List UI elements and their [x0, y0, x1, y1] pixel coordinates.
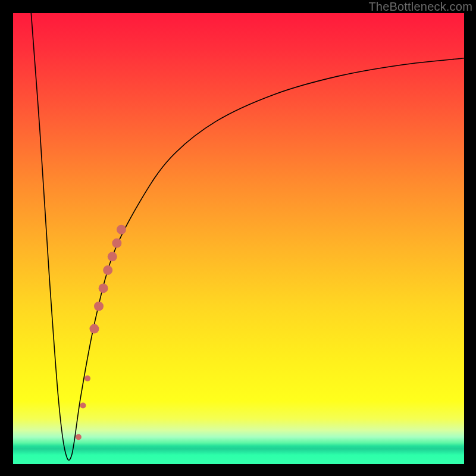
- data-marker: [94, 302, 104, 311]
- data-marker: [84, 375, 90, 381]
- data-marker: [108, 252, 117, 261]
- data-marker: [80, 402, 86, 408]
- bottleneck-curve: [31, 13, 464, 460]
- chart-svg: [13, 13, 464, 464]
- data-marker: [76, 434, 82, 440]
- data-markers-group: [76, 225, 126, 440]
- data-marker: [112, 239, 121, 248]
- data-marker: [103, 265, 112, 275]
- chart-frame: TheBottleneck.com: [0, 0, 476, 476]
- watermark-text: TheBottleneck.com: [368, 0, 472, 14]
- plot-area: [13, 13, 464, 464]
- curve-group: [31, 13, 464, 460]
- data-marker: [99, 283, 108, 293]
- data-marker: [89, 324, 99, 334]
- data-marker: [117, 225, 126, 234]
